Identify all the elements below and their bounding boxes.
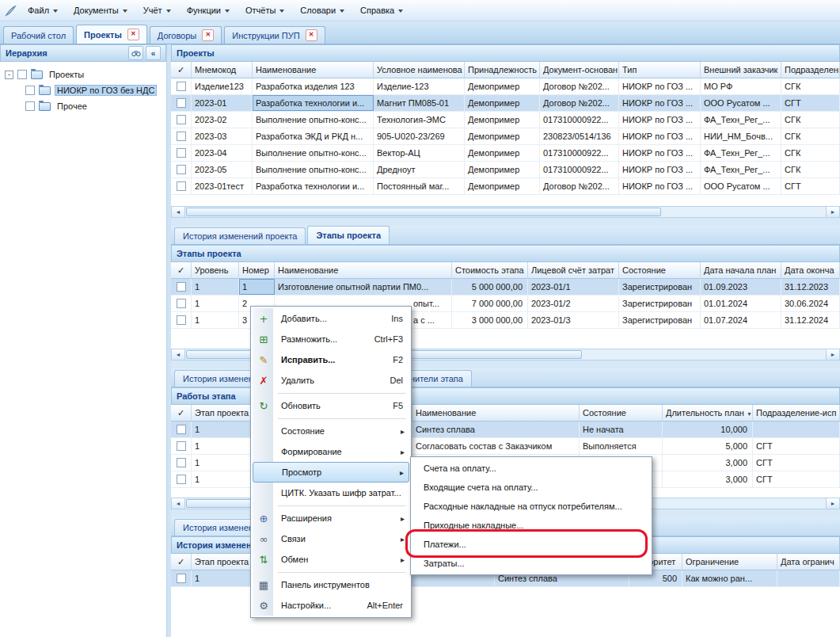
checkbox[interactable] — [177, 574, 186, 583]
context-submenu-item[interactable]: Платежи... — [412, 535, 650, 554]
scroll-right-icon[interactable]: ► — [826, 207, 839, 217]
column-header[interactable]: Длительность план▼ — [663, 405, 753, 421]
context-menu-item[interactable]: ↻ОбновитьF5 — [253, 395, 409, 416]
table-row[interactable]: 2023-01тестРазработка технологии и...Пос… — [171, 178, 840, 195]
column-header[interactable]: ✓ — [171, 554, 192, 570]
checkbox[interactable] — [25, 101, 35, 111]
context-submenu-item[interactable]: Приходные накладные... — [412, 516, 650, 535]
scroll-left-icon[interactable]: ◄ — [172, 349, 185, 360]
column-header[interactable]: Номер — [239, 262, 275, 279]
column-header[interactable]: Ограничение — [682, 554, 777, 570]
main-tab[interactable]: Договоры✕ — [150, 26, 222, 44]
scroll-thumb[interactable] — [186, 208, 661, 216]
tree-item[interactable]: Прочее — [0, 98, 166, 114]
context-menu-item[interactable]: ⊕Расширения▸ — [253, 508, 409, 528]
menubar-item[interactable]: Словари — [293, 2, 352, 18]
column-header[interactable]: Наименование — [412, 405, 580, 421]
checkbox[interactable] — [177, 315, 186, 325]
column-header[interactable]: Стоимость этапа — [452, 262, 528, 279]
table-row[interactable]: 2023-01Разработка технологии и...Магнит … — [171, 95, 840, 112]
context-menu-item[interactable]: ЦИТК. Указать шифр затрат... — [253, 483, 409, 503]
table-row[interactable]: 2023-03Разработка ЭКД и РКД н...905-U020… — [171, 128, 840, 145]
scroll-right-icon[interactable]: ► — [826, 349, 839, 360]
column-header[interactable]: Наименование — [275, 262, 452, 279]
column-header[interactable]: Подразделение-исп — [753, 405, 840, 421]
column-header[interactable]: Мнемокод — [192, 62, 253, 78]
checkbox[interactable] — [177, 181, 186, 191]
column-header[interactable]: Этап проекта — [192, 554, 251, 570]
menubar-item[interactable]: Справка — [353, 2, 410, 18]
context-menu-item[interactable]: ⇅Обмен▸ — [253, 549, 409, 570]
context-submenu-item[interactable]: Расходные накладные на отпуск потребител… — [412, 497, 650, 516]
checkbox[interactable] — [177, 458, 186, 467]
column-header[interactable]: Документ-основан — [540, 62, 619, 78]
detail-tab[interactable]: Этапы проекта — [307, 226, 390, 244]
column-header[interactable]: ✓ — [171, 405, 192, 421]
column-header[interactable]: Дата начала план — [701, 262, 781, 279]
checkbox[interactable] — [177, 441, 186, 451]
column-header[interactable]: Лицевой счёт затрат — [528, 262, 619, 279]
checkbox[interactable] — [177, 132, 186, 141]
tree-item[interactable]: НИОКР по ГОЗ без НДС — [0, 82, 166, 98]
context-menu-item[interactable]: ∞Связи▸ — [253, 528, 409, 549]
checkbox[interactable] — [177, 165, 186, 174]
table-row[interactable]: 2023-04Выполнение опытно-конс...Вектор-А… — [171, 145, 840, 162]
context-menu-item[interactable]: Просмотр▸ — [253, 462, 409, 483]
scroll-left-icon[interactable]: ◄ — [172, 207, 185, 217]
collapse-sidebar-icon[interactable]: « — [146, 46, 161, 60]
column-header[interactable]: ✓ — [171, 62, 192, 78]
context-submenu-item[interactable]: Счета на оплату... — [412, 459, 650, 478]
menubar-item[interactable]: Учёт — [136, 2, 178, 18]
main-tab[interactable]: Инструкции ПУП✕ — [224, 26, 325, 44]
column-header[interactable]: Состояние — [580, 405, 663, 421]
context-menu-item[interactable]: Состояние▸ — [253, 421, 409, 441]
table-row[interactable]: Изделие123Разработка изделия 123Изделие-… — [171, 78, 840, 95]
checkbox[interactable] — [177, 299, 186, 308]
context-menu-item[interactable]: +Добавить...Ins — [253, 308, 409, 329]
checkbox[interactable] — [25, 86, 35, 95]
column-header[interactable]: Этап проекта — [192, 405, 251, 421]
scroll-right-icon[interactable]: ► — [826, 498, 839, 509]
menubar-item[interactable]: Отчёты — [238, 2, 291, 18]
context-menu-item[interactable]: ✗УдалитьDel — [253, 370, 409, 391]
column-header[interactable]: Наименование — [253, 62, 374, 78]
checkbox[interactable] — [177, 425, 186, 434]
main-tab[interactable]: Проекты✕ — [76, 25, 147, 44]
column-header[interactable]: Дата оконча — [781, 262, 840, 279]
checkbox[interactable] — [17, 70, 27, 79]
scroll-left-icon[interactable]: ◄ — [172, 498, 185, 509]
column-header[interactable]: Подразделени — [781, 62, 840, 78]
column-header[interactable]: Уровень — [192, 262, 239, 279]
menubar-item[interactable]: Файл — [21, 2, 65, 18]
close-icon[interactable]: ✕ — [202, 29, 214, 41]
checkbox[interactable] — [177, 115, 186, 124]
checkbox[interactable] — [177, 282, 186, 292]
column-header[interactable]: Принадлежность — [465, 62, 540, 78]
menubar-item[interactable]: Документы — [67, 2, 135, 18]
column-header[interactable]: Дата огранич — [777, 554, 840, 570]
checkbox[interactable] — [177, 475, 186, 484]
context-submenu-item[interactable]: Входящие счета на оплату... — [412, 478, 650, 497]
context-menu-item[interactable]: ✎Исправить...F2 — [253, 349, 409, 370]
find-icon[interactable] — [128, 46, 143, 60]
tree-item[interactable]: -Проекты — [0, 67, 166, 82]
column-header[interactable]: Состояние — [619, 262, 701, 279]
table-row[interactable]: 11Изготовление опытной партии ПМ0...5 00… — [171, 279, 840, 296]
column-header[interactable]: Тип — [619, 62, 701, 78]
context-menu-item[interactable]: ⊞Размножить...Ctrl+F3 — [253, 329, 409, 349]
table-row[interactable]: 2023-05Выполнение опытно-конс...Дредноут… — [171, 162, 840, 178]
close-icon[interactable]: ✕ — [127, 29, 139, 40]
table-row[interactable]: 2023-02Выполнение опытно-конс...Технолог… — [171, 112, 840, 128]
column-header[interactable]: ✓ — [171, 262, 192, 279]
main-tab[interactable]: Рабочий стол — [3, 26, 74, 44]
column-header[interactable]: Внешний заказчик — [701, 62, 781, 78]
tree-expander-icon[interactable]: - — [5, 71, 13, 79]
close-icon[interactable]: ✕ — [306, 29, 317, 41]
checkbox[interactable] — [177, 98, 186, 108]
detail-tab[interactable]: История изменений проекта — [174, 227, 306, 244]
checkbox[interactable] — [177, 148, 186, 158]
context-menu-item[interactable]: Формирование▸ — [253, 441, 409, 462]
context-submenu-item[interactable]: Затраты... — [412, 554, 650, 573]
column-header[interactable]: Условное наименова — [374, 62, 465, 78]
context-menu-item[interactable]: ⚙Настройки...Alt+Enter — [253, 595, 409, 616]
